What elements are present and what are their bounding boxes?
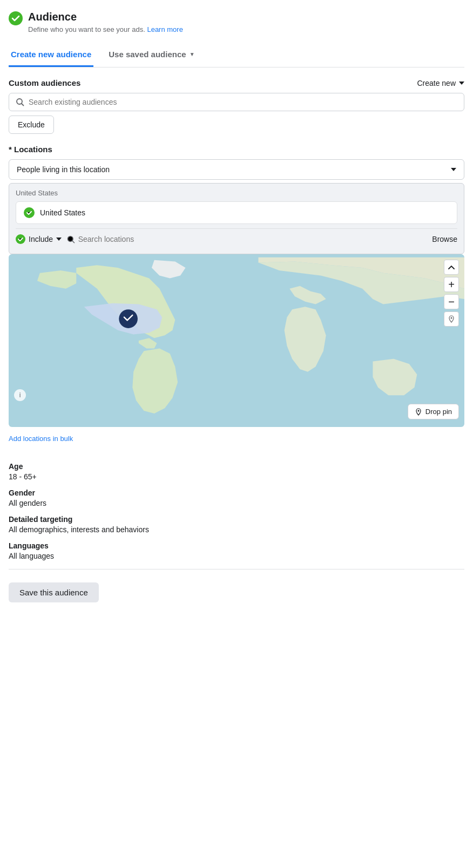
age-label: Age	[9, 462, 464, 471]
audience-header: Audience Define who you want to see your…	[9, 11, 464, 33]
detailed-targeting-value: All demographics, interests and behavior…	[9, 525, 464, 534]
tabs-container: Create new audience Use saved audience ▼	[9, 43, 464, 67]
chevron-down-icon	[451, 168, 456, 171]
country-header-label: United States	[16, 189, 457, 197]
search-icon	[67, 235, 75, 243]
custom-audiences-section: Custom audiences Create new Exclude	[9, 78, 464, 134]
age-value: 18 - 65+	[9, 472, 464, 481]
gender-label: Gender	[9, 489, 464, 497]
location-search-row: Include Browse	[16, 228, 457, 248]
svg-point-10	[417, 410, 419, 411]
location-search[interactable]	[67, 235, 427, 243]
world-map	[9, 254, 464, 427]
chevron-down-icon	[459, 82, 464, 85]
svg-line-2	[22, 104, 24, 106]
age-section: Age 18 - 65+	[9, 462, 464, 481]
map-pin-icon	[444, 311, 459, 327]
location-countries-box: United States United States Include	[9, 183, 464, 254]
languages-section: Languages All languages	[9, 541, 464, 560]
detailed-targeting-section: Detailed targeting All demographics, int…	[9, 515, 464, 534]
chevron-up-icon	[448, 264, 455, 270]
chevron-down-icon: ▼	[190, 51, 195, 57]
svg-point-9	[451, 317, 452, 319]
map-zoom-out-button[interactable]: −	[444, 294, 459, 309]
header-subtitle: Define who you want to see your ads. Lea…	[28, 25, 183, 33]
languages-value: All languages	[9, 552, 464, 560]
search-input[interactable]	[29, 98, 457, 106]
search-icon	[16, 98, 24, 106]
map-info-button[interactable]: i	[14, 389, 26, 401]
save-audience-button[interactable]: Save this audience	[9, 582, 99, 602]
tab-use-saved[interactable]: Use saved audience ▼	[106, 43, 197, 67]
detailed-targeting-label: Detailed targeting	[9, 515, 464, 524]
custom-audiences-search[interactable]	[9, 93, 464, 111]
add-locations-link[interactable]: Add locations in bulk	[9, 435, 73, 443]
check-circle-icon	[9, 11, 23, 25]
section-divider	[9, 569, 464, 569]
exclude-button[interactable]: Exclude	[9, 116, 54, 134]
locations-section: * Locations People living in this locati…	[9, 145, 464, 451]
map-collapse-button[interactable]	[444, 260, 459, 275]
svg-point-0	[9, 11, 23, 25]
map-controls: + −	[444, 260, 459, 327]
custom-audiences-title: Custom audiences	[9, 78, 80, 87]
gender-section: Gender All genders	[9, 489, 464, 507]
chevron-down-icon	[56, 238, 62, 241]
svg-line-6	[72, 241, 74, 242]
gender-value: All genders	[9, 499, 464, 507]
create-new-button[interactable]: Create new	[417, 79, 464, 87]
include-button[interactable]: Include	[16, 234, 62, 244]
browse-button[interactable]: Browse	[432, 235, 457, 243]
tab-create-new[interactable]: Create new audience	[9, 43, 93, 67]
include-pin-icon	[16, 234, 25, 244]
location-pin-icon	[24, 207, 35, 218]
map-container: + − i Drop pin	[9, 254, 464, 427]
languages-label: Languages	[9, 541, 464, 550]
page-title: Audience	[28, 11, 183, 23]
learn-more-link[interactable]: Learn more	[147, 25, 183, 33]
location-search-input[interactable]	[78, 235, 427, 243]
drop-pin-icon	[415, 408, 422, 416]
location-type-select[interactable]: People living in this location	[9, 159, 464, 180]
location-type-value: People living in this location	[17, 165, 110, 174]
pin-icon	[448, 315, 455, 323]
country-item: United States	[16, 201, 457, 224]
drop-pin-button[interactable]: Drop pin	[408, 404, 459, 419]
custom-audiences-header: Custom audiences Create new	[9, 78, 464, 87]
locations-label: * Locations	[9, 145, 464, 154]
map-zoom-in-button[interactable]: +	[444, 277, 459, 292]
